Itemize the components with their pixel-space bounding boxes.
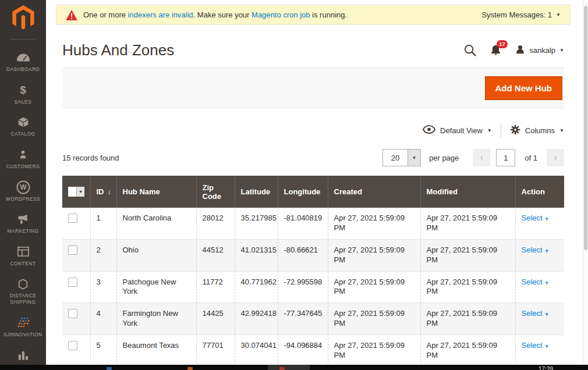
sidebar-item-label: CUSTOMERS: [6, 163, 40, 170]
row-select-action[interactable]: Select ▼: [522, 214, 550, 222]
column-header-created[interactable]: Created: [328, 176, 420, 208]
select-all-header[interactable]: ▼: [62, 176, 90, 208]
cell-zip: 77701: [196, 335, 235, 367]
os-taskbar[interactable]: 17:29: [0, 365, 588, 370]
pager: 20 ▼ per page ‹ of 1 ›: [382, 149, 564, 166]
cell-hub-name: Farmington New York: [116, 303, 196, 335]
cell-zip: 14425: [196, 303, 235, 335]
sidebar-item-content[interactable]: CONTENT: [0, 240, 46, 272]
cell-checkbox: [62, 303, 90, 335]
chevron-down-icon: ▼: [544, 216, 549, 222]
row-select-action[interactable]: Select ▼: [522, 309, 550, 318]
sidebar-item-dashboard[interactable]: DASHBOARD: [0, 45, 46, 78]
cell-lat: 30.074041: [235, 335, 278, 367]
sort-direction-icon: ↓: [108, 188, 111, 196]
cell-lng: -72.995598: [278, 271, 328, 303]
system-message-text: One or more indexers are invalid. Make s…: [83, 10, 481, 19]
cell-modified: Apr 27, 2021 5:59:09 PM: [420, 271, 515, 303]
cell-hub-name: North Carolina: [116, 208, 196, 239]
user-menu[interactable]: sankalp ▼: [515, 44, 564, 56]
notifications-bell-icon[interactable]: 17: [490, 44, 501, 56]
cell-lat: 35.217985: [235, 208, 278, 239]
cron-job-link[interactable]: Magento cron job: [252, 10, 310, 19]
cell-lat: 42.992418: [235, 303, 278, 335]
dashboard-icon: [17, 51, 30, 64]
taskbar-active-app[interactable]: [268, 365, 310, 370]
chevron-down-icon: ▼: [544, 280, 549, 286]
sidebar-item-customers[interactable]: CUSTOMERS: [0, 143, 46, 175]
search-icon[interactable]: [464, 44, 476, 56]
columns-dropdown[interactable]: Columns ▼: [510, 124, 564, 137]
sidebar-item-sales[interactable]: $SALES: [0, 78, 46, 111]
column-header-label: Action: [522, 187, 545, 196]
per-page-select[interactable]: 20 ▼: [382, 149, 421, 166]
header-actions: 17 sankalp ▼: [464, 44, 564, 56]
indexers-invalid-link[interactable]: indexers are invalid: [128, 10, 193, 19]
row-select-action[interactable]: Select ▼: [522, 341, 550, 350]
magento-logo[interactable]: [0, 0, 46, 39]
column-header-label: Modified: [427, 187, 458, 196]
row-checkbox[interactable]: [68, 214, 77, 223]
sidebar-item-label: CONTENT: [10, 261, 36, 267]
cell-id: 1: [90, 208, 116, 239]
wordpress-icon: W: [16, 181, 30, 194]
sidebar-item-distance-shipping[interactable]: DISTANCE SHIPPING: [0, 272, 46, 310]
page-actions-toolbar: Add New Hub: [62, 67, 564, 108]
cell-modified: Apr 27, 2021 5:59:09 PM: [420, 303, 515, 335]
next-page-button[interactable]: ›: [547, 149, 564, 166]
per-page-label: per page: [429, 154, 459, 162]
cell-action: Select ▼: [515, 271, 564, 303]
table-row: 4Farmington New York1442542.992418-77.34…: [62, 303, 564, 335]
cell-id: 4: [90, 303, 116, 335]
system-messages-bar: One or more indexers are invalid. Make s…: [56, 5, 571, 25]
default-view-dropdown[interactable]: Default View ▼: [423, 125, 492, 136]
cell-hub-name: Ohio: [116, 239, 196, 271]
table-row: 1North Carolina2801235.217985-81.040819A…: [62, 208, 564, 239]
sidebar-item-marketing[interactable]: MARKETING: [0, 207, 46, 240]
grid-pagination-row: 15 records found 20 ▼ per page ‹ of 1 ›: [62, 149, 564, 166]
per-page-value: 20: [383, 150, 408, 166]
column-header-label: Hub Name: [123, 187, 160, 196]
row-checkbox[interactable]: [68, 309, 77, 318]
row-checkbox[interactable]: [68, 278, 77, 287]
grid-header-row: ▼ ID↓Hub NameZip CodeLatitudeLongitudeCr…: [62, 176, 564, 208]
vertical-scrollbar[interactable]: [583, 0, 588, 370]
taskbar-app-icon[interactable]: [107, 367, 112, 370]
cell-created: Apr 27, 2021 5:59:09 PM: [328, 335, 420, 367]
sidebar-item-label: SALES: [15, 99, 31, 105]
customers-icon: [19, 148, 27, 161]
cell-checkbox: [62, 271, 90, 303]
reports-icon: [18, 348, 29, 361]
catalog-icon: [17, 116, 29, 129]
column-header-id[interactable]: ID↓: [90, 176, 116, 208]
column-header-modified[interactable]: Modified: [420, 176, 515, 208]
sidebar-item-sjinnovation[interactable]: SJINNOVATION: [0, 311, 46, 343]
taskbar-app-icon[interactable]: [187, 367, 193, 370]
previous-page-button[interactable]: ‹: [473, 149, 490, 166]
scrollbar-thumb[interactable]: [584, 6, 587, 250]
column-header-latitude[interactable]: Latitude: [235, 176, 278, 208]
gear-icon: [510, 124, 520, 137]
column-header-zip-code[interactable]: Zip Code: [196, 176, 235, 208]
row-select-action[interactable]: Select ▼: [522, 246, 550, 254]
row-select-action[interactable]: Select ▼: [522, 278, 550, 286]
cell-checkbox: [62, 239, 90, 271]
column-header-hub-name[interactable]: Hub Name: [116, 176, 196, 208]
taskbar-app-icon[interactable]: [279, 367, 285, 370]
cell-zip: 28012: [196, 208, 235, 239]
add-new-hub-button[interactable]: Add New Hub: [485, 76, 563, 100]
row-checkbox[interactable]: [68, 246, 77, 255]
current-page-input[interactable]: [496, 149, 515, 166]
notification-count-badge: 17: [497, 40, 508, 48]
system-messages-toggle[interactable]: System Messages: 1 ▼: [481, 10, 561, 19]
select-all-checkbox[interactable]: [68, 187, 76, 197]
cell-action: Select ▼: [515, 335, 564, 367]
column-header-longitude[interactable]: Longitude: [278, 176, 328, 208]
cell-modified: Apr 27, 2021 5:59:09 PM: [420, 208, 515, 239]
column-header-action[interactable]: Action: [515, 176, 564, 208]
sidebar-item-wordpress[interactable]: WWORDPRESS: [0, 175, 46, 208]
sidebar-item-catalog[interactable]: CATALOG: [0, 110, 46, 143]
cell-lat: 40.771962: [235, 271, 278, 303]
row-checkbox[interactable]: [68, 341, 77, 350]
column-header-label: Latitude: [241, 187, 271, 196]
